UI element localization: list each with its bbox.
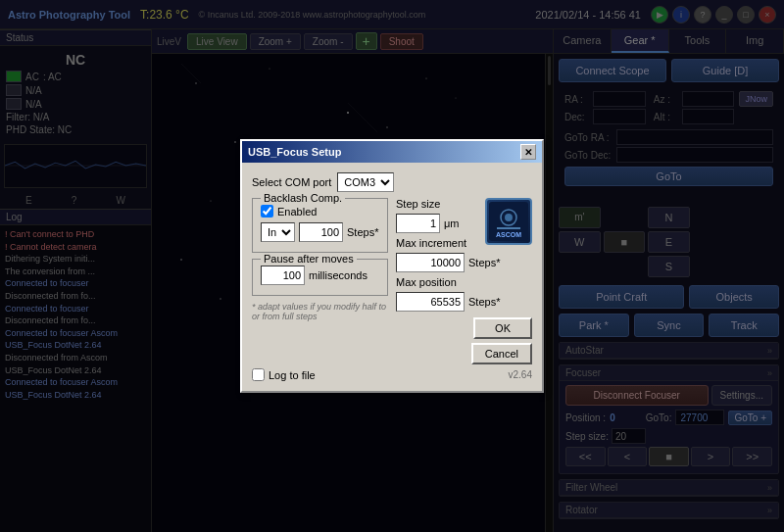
modal-right-col: Step size μm Max increment Steps* Max	[396, 198, 532, 364]
log-to-file-row: Log to file	[252, 368, 316, 381]
cancel-button[interactable]: Cancel	[471, 343, 532, 364]
max-position-input[interactable]	[396, 292, 465, 312]
enabled-checkbox[interactable]	[261, 205, 273, 218]
backlash-steps-label: Steps*	[347, 226, 378, 238]
app-container: Astro Photography Tool T:23.6 °C © Incan…	[0, 0, 784, 532]
backlash-steps-input[interactable]	[299, 222, 343, 242]
max-increment-row: Steps*	[396, 253, 532, 272]
modal-title: USB_Focus Setup	[248, 146, 341, 158]
pause-value-input[interactable]	[261, 266, 305, 285]
max-position-row: Steps*	[396, 292, 532, 312]
pause-unit: milliseconds	[309, 269, 368, 281]
ascom-logo-area: ASCOM	[485, 198, 532, 245]
svg-point-31	[505, 214, 513, 221]
log-to-file-label: Log to file	[269, 369, 316, 381]
ascom-box: ASCOM	[485, 198, 532, 245]
pause-title: Pause after moves	[261, 253, 357, 265]
com-port-select[interactable]: COM3	[337, 172, 394, 192]
direction-steps-row: In Out Steps*	[261, 222, 379, 242]
pause-row: milliseconds	[261, 266, 379, 285]
backlash-group: Backlash Comp. Enabled In Out	[252, 198, 388, 253]
enabled-label: Enabled	[277, 206, 317, 218]
step-size-unit: μm	[444, 218, 460, 229]
max-increment-input[interactable]	[396, 253, 465, 272]
max-position-steps: Steps*	[468, 296, 500, 308]
pause-group: Pause after moves milliseconds	[252, 259, 388, 296]
modal-overlay: USB_Focus Setup ✕ Select COM port COM3	[0, 0, 784, 532]
backlash-title: Backlash Comp.	[261, 192, 345, 204]
modal-bottom: Log to file v2.64	[252, 368, 532, 381]
svg-rect-32	[497, 227, 520, 229]
modal-title-bar: USB_Focus Setup ✕	[242, 141, 542, 163]
com-port-row: Select COM port COM3	[252, 172, 532, 192]
max-increment-steps: Steps*	[468, 257, 500, 268]
modal-left-col: Backlash Comp. Enabled In Out	[252, 198, 388, 364]
modal-buttons: OK Cancel	[396, 317, 532, 364]
ok-button[interactable]: OK	[473, 317, 532, 339]
svg-text:ASCOM: ASCOM	[496, 231, 521, 238]
modal-content: Select COM port COM3 Backlash Comp.	[242, 163, 542, 391]
direction-select[interactable]: In Out	[261, 222, 295, 242]
version-label: v2.64	[509, 369, 532, 380]
step-size-value-input[interactable]	[396, 214, 440, 233]
usb-focus-modal: USB_Focus Setup ✕ Select COM port COM3	[240, 139, 544, 393]
enabled-row: Enabled	[261, 205, 379, 218]
modal-close-button[interactable]: ✕	[520, 144, 536, 160]
modal-two-col: Backlash Comp. Enabled In Out	[252, 198, 532, 364]
max-position-label: Max position	[396, 276, 532, 288]
log-to-file-checkbox[interactable]	[252, 368, 265, 381]
adapt-note: * adapt values if you modify half to or …	[252, 302, 388, 321]
com-port-label: Select COM port	[252, 176, 331, 188]
